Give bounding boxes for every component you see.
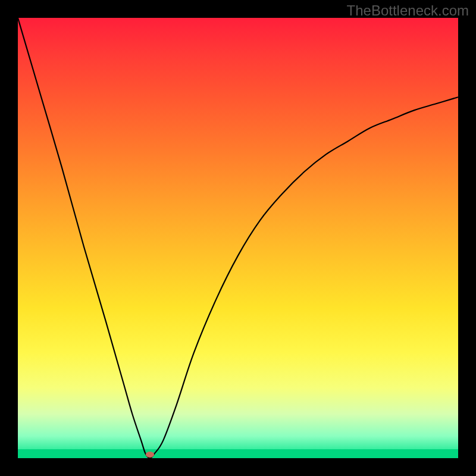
- bottleneck-curve-path: [18, 18, 458, 458]
- chart-curve-svg: [18, 18, 458, 458]
- optimal-point-marker: [146, 452, 154, 458]
- chart-plot-area: [18, 18, 458, 458]
- attribution-text: TheBottleneck.com: [347, 2, 469, 19]
